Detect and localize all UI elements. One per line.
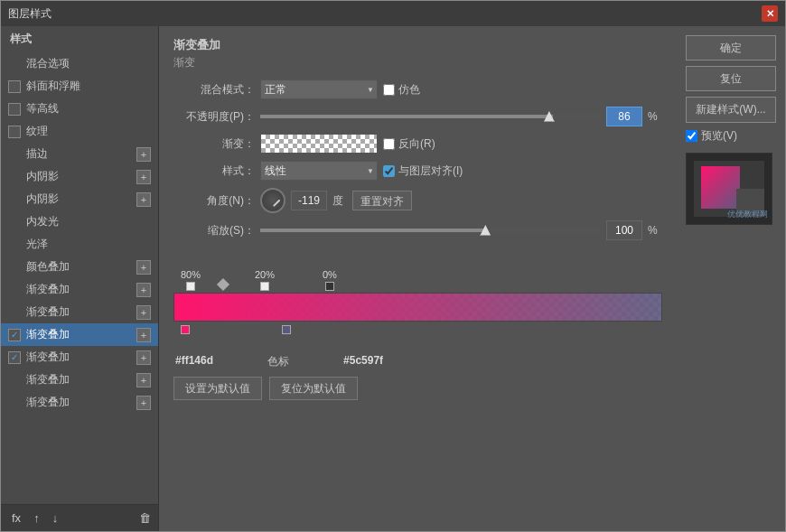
dialog-title: 图层样式 bbox=[8, 6, 51, 22]
ok-button[interactable]: 确定 bbox=[686, 35, 776, 61]
layer-item-contour[interactable]: 等高线 bbox=[1, 98, 158, 120]
layer-item-blending[interactable]: 混合选项 bbox=[1, 52, 158, 75]
simulate-checkbox[interactable] bbox=[383, 84, 395, 96]
opacity-input[interactable] bbox=[606, 107, 642, 126]
fx-button[interactable]: fx bbox=[8, 509, 24, 527]
preview-checkbox-label[interactable]: 预览(V) bbox=[686, 128, 776, 144]
layer-item-checkbox-texture[interactable] bbox=[8, 126, 21, 138]
blend-mode-label: 混合模式： bbox=[173, 82, 255, 98]
layer-item-plus-gradient-overlay2[interactable]: + bbox=[136, 305, 151, 320]
layer-item-plus-inner-shadow1[interactable]: + bbox=[136, 170, 151, 184]
angle-input[interactable] bbox=[291, 191, 327, 210]
layer-item-inner-glow[interactable]: 内发光 bbox=[1, 210, 158, 233]
layer-item-inner-shadow2[interactable]: 内阴影+ bbox=[1, 188, 158, 210]
opacity-slider-container bbox=[260, 115, 601, 118]
align-checkbox[interactable] bbox=[383, 165, 395, 177]
preview-checkbox[interactable] bbox=[686, 130, 697, 142]
layer-item-label-gloss: 光泽 bbox=[26, 237, 151, 252]
gradient-editor-area: 80% 20% 0% bbox=[173, 258, 662, 520]
reset-button[interactable]: 复位 bbox=[686, 66, 776, 91]
layer-item-texture[interactable]: 纹理 bbox=[1, 120, 158, 143]
panel-title: 渐变叠加 bbox=[173, 37, 662, 53]
stop-square-2[interactable] bbox=[260, 282, 269, 291]
reverse-checkbox-label[interactable]: 反向(R) bbox=[383, 136, 435, 152]
layer-item-gradient-overlay6[interactable]: 渐变叠加+ bbox=[1, 391, 158, 414]
panel-subtitle: 渐变 bbox=[173, 55, 662, 70]
layer-item-checkbox-gradient-overlay3[interactable]: ✓ bbox=[8, 329, 21, 341]
scale-slider[interactable] bbox=[260, 229, 601, 232]
reset-align-button[interactable]: 重置对齐 bbox=[352, 191, 412, 210]
layer-item-checkbox-gradient-overlay4[interactable]: ✓ bbox=[8, 351, 21, 364]
layer-item-gradient-overlay5[interactable]: 渐变叠加+ bbox=[1, 369, 158, 391]
left-panel: 样式 混合选项斜面和浮雕等高线纹理描边+内阴影+内阴影+内发光光泽颜色叠加+渐变… bbox=[1, 26, 159, 531]
color-stop-2[interactable] bbox=[282, 325, 291, 334]
layer-item-plus-gradient-overlay5[interactable]: + bbox=[136, 373, 151, 387]
scale-unit: % bbox=[648, 224, 662, 237]
color-stop-square-1[interactable] bbox=[181, 325, 190, 334]
color-stop-label-1: 色标 bbox=[267, 354, 289, 369]
stop-square-3[interactable] bbox=[325, 282, 334, 291]
styles-section-header: 样式 bbox=[1, 26, 158, 52]
blend-mode-select[interactable]: 正常 溶解 变暗 bbox=[260, 79, 378, 99]
layer-item-plus-gradient-overlay3[interactable]: + bbox=[136, 328, 151, 342]
title-bar: 图层样式 ✕ bbox=[1, 1, 785, 26]
layer-item-label-gradient-overlay2: 渐变叠加 bbox=[26, 304, 136, 320]
delete-button[interactable]: 🗑 bbox=[139, 511, 151, 525]
move-down-button[interactable]: ↓ bbox=[49, 509, 62, 527]
middle-panel: 渐变叠加 渐变 混合模式： 正常 溶解 变暗 仿色 bbox=[159, 26, 677, 531]
layer-item-color-overlay[interactable]: 颜色叠加+ bbox=[1, 256, 158, 278]
layer-item-plus-gradient-overlay1[interactable]: + bbox=[136, 283, 151, 297]
stop-label-1: 80% bbox=[181, 269, 201, 280]
layer-item-label-inner-shadow2: 内阴影 bbox=[26, 191, 136, 207]
stop-marker-3[interactable]: 0% bbox=[323, 269, 337, 291]
set-default-button[interactable]: 设置为默认值 bbox=[173, 377, 262, 400]
align-checkbox-label[interactable]: 与图层对齐(I) bbox=[383, 163, 463, 179]
simulate-checkbox-label[interactable]: 仿色 bbox=[383, 82, 420, 98]
blend-mode-select-wrapper: 正常 溶解 变暗 bbox=[260, 79, 378, 99]
layer-item-plus-inner-shadow2[interactable]: + bbox=[136, 192, 151, 207]
stop-marker-1[interactable]: 80% bbox=[181, 269, 201, 291]
styles-list: 混合选项斜面和浮雕等高线纹理描边+内阴影+内阴影+内发光光泽颜色叠加+渐变叠加+… bbox=[1, 52, 158, 504]
midpoint-marker[interactable] bbox=[219, 280, 228, 289]
left-panel-footer: fx ↑ ↓ 🗑 bbox=[1, 504, 158, 531]
move-up-button[interactable]: ↑ bbox=[30, 509, 43, 527]
stop-marker-2[interactable]: 20% bbox=[255, 269, 275, 291]
reverse-checkbox[interactable] bbox=[383, 138, 395, 150]
color-stop-1[interactable] bbox=[181, 325, 190, 334]
layer-item-gloss[interactable]: 光泽 bbox=[1, 233, 158, 256]
layer-item-checkbox-contour[interactable] bbox=[8, 103, 21, 116]
color-stops-row bbox=[173, 325, 662, 352]
color-stop-hex-1: #ff146d bbox=[175, 354, 213, 369]
blend-mode-row: 混合模式： 正常 溶解 变暗 仿色 bbox=[173, 79, 662, 99]
layer-item-inner-shadow1[interactable]: 内阴影+ bbox=[1, 165, 158, 188]
layer-item-plus-gradient-overlay4[interactable]: + bbox=[136, 350, 151, 365]
layer-item-bevel[interactable]: 斜面和浮雕 bbox=[1, 75, 158, 98]
layer-item-gradient-overlay4[interactable]: ✓渐变叠加+ bbox=[1, 346, 158, 369]
opacity-unit: % bbox=[648, 110, 662, 123]
layer-item-checkbox-bevel[interactable] bbox=[8, 80, 21, 93]
style-select[interactable]: 线性 径向 角度 对称 菱形 bbox=[260, 161, 378, 181]
close-button[interactable]: ✕ bbox=[762, 5, 778, 22]
layer-item-gradient-overlay1[interactable]: 渐变叠加+ bbox=[1, 278, 158, 301]
style-row: 样式： 线性 径向 角度 对称 菱形 与图层对齐(I) bbox=[173, 161, 662, 181]
new-style-button[interactable]: 新建样式(W)... bbox=[686, 97, 776, 123]
reset-default-button[interactable]: 复位为默认值 bbox=[269, 377, 358, 400]
layer-item-plus-stroke[interactable]: + bbox=[136, 147, 151, 162]
layer-item-plus-color-overlay[interactable]: + bbox=[136, 260, 151, 275]
color-stop-square-2[interactable] bbox=[282, 325, 291, 334]
gradient-preview[interactable] bbox=[260, 134, 378, 154]
layer-item-plus-gradient-overlay6[interactable]: + bbox=[136, 396, 151, 410]
angle-dial[interactable] bbox=[260, 188, 285, 213]
angle-row: 角度(N)： 度 重置对齐 bbox=[173, 188, 662, 213]
opacity-slider[interactable] bbox=[260, 115, 601, 118]
color-stop-labels: #ff146d 色标 #5c597f bbox=[173, 354, 662, 369]
midpoint-diamond[interactable] bbox=[217, 278, 229, 291]
gradient-bar[interactable] bbox=[173, 293, 662, 322]
layer-item-stroke[interactable]: 描边+ bbox=[1, 143, 158, 165]
angle-label: 角度(N)： bbox=[173, 193, 255, 209]
scale-input[interactable] bbox=[606, 220, 642, 240]
layer-item-gradient-overlay2[interactable]: 渐变叠加+ bbox=[1, 301, 158, 323]
angle-unit: 度 bbox=[332, 193, 347, 209]
layer-item-gradient-overlay3[interactable]: ✓渐变叠加+ bbox=[1, 323, 158, 346]
stop-square-1[interactable] bbox=[186, 282, 195, 291]
